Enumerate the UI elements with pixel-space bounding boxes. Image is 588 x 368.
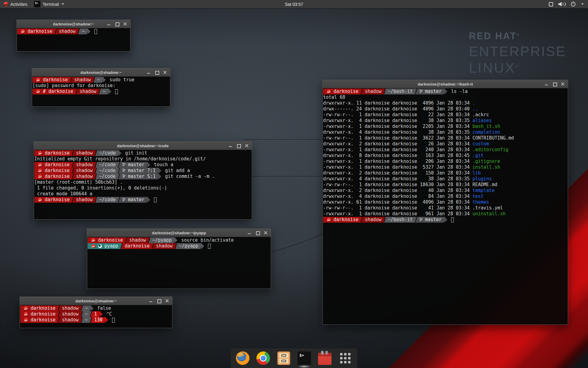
maximize-button[interactable]: [115, 22, 119, 26]
prompt-segment-text: shadow: [156, 243, 172, 249]
command-text: git add a: [165, 168, 190, 174]
prompt-arrow-icon: [147, 197, 150, 203]
ls-row-text: drwxrwxr-x. 61 darknoise darknoise 4096 …: [323, 199, 473, 205]
redhat-prompt-icon: [91, 244, 96, 248]
git-branch-icon: [122, 197, 126, 202]
terminal-body[interactable]: darknoiseshadow~sudo true[sudo] password…: [32, 77, 170, 106]
terminal-body[interactable]: darknoiseshadow~: [17, 28, 130, 51]
terminal-output-line: 1 file changed, 0 insertions(+), 0 delet…: [34, 185, 252, 191]
terminal-window-w5: darknoise@shadow:~darknoiseshadow~falsed…: [20, 297, 172, 328]
terminal-prompt-line: darknoiseshadow~sudo true: [32, 77, 170, 83]
git-branch-icon: [122, 163, 126, 167]
command-text: sudo true: [110, 77, 134, 83]
ls-row-text: drwxrwxr-x. 4 darknoise darknoise 38 Jan…: [323, 129, 473, 135]
terminal-body[interactable]: darknoiseshadow~falsedarknoiseshadow~1^C…: [20, 305, 172, 328]
window-titlebar[interactable]: darknoise@shadow:~/pyapp: [87, 229, 271, 237]
prompt-segment-host: shadow: [58, 317, 82, 323]
prompt-segment-path: ~/code: [95, 150, 119, 156]
app-grid-dock-icon[interactable]: [338, 351, 352, 365]
close-button[interactable]: [561, 82, 565, 86]
window-buttons: [147, 68, 167, 76]
git-branch-icon: [122, 174, 126, 179]
prompt-segment-host: shadow: [72, 168, 96, 174]
ls-file-name: .gitignore: [473, 159, 500, 164]
window-titlebar[interactable]: darknoise@shadow:~: [20, 297, 172, 305]
maximize-button[interactable]: [155, 71, 159, 74]
prompt-arrow-icon: [444, 89, 447, 94]
prompt-segment-text: darknoise: [31, 305, 55, 311]
minimize-button[interactable]: [545, 82, 548, 86]
minimize-button[interactable]: [149, 299, 153, 303]
minimize-button[interactable]: [147, 71, 150, 74]
terminal-prompt-line: darknoiseshadow~1^C: [20, 311, 172, 317]
prompt-segment-git: master: [119, 162, 148, 168]
chrome-dock-icon[interactable]: [256, 351, 270, 365]
system-status-area[interactable]: [549, 0, 588, 8]
window-titlebar[interactable]: darknoise@shadow:~: [17, 20, 130, 28]
terminal-cursor: [115, 89, 118, 94]
files-dock-icon[interactable]: [277, 351, 291, 365]
terminal-icon: $>: [34, 1, 40, 7]
ls-file-name: ..: [473, 106, 478, 112]
prompt-segment-text: ~: [85, 317, 88, 323]
prompt-segment-text: shadow: [129, 237, 146, 243]
prompt-segment-path: ~/bash-it: [384, 217, 416, 223]
prompt-arrow-icon: [444, 217, 447, 223]
ls-row: drwxrwxr-x. 11 darknoise darknoise 4096 …: [323, 100, 568, 106]
app-menu-terminal[interactable]: $> Terminal: [31, 0, 67, 8]
close-button[interactable]: [165, 299, 169, 303]
window-titlebar[interactable]: darknoise@shadow:~/bash-it: [323, 80, 568, 88]
prompt-arrow-icon: [105, 317, 108, 323]
prompt-segment-path: ~: [99, 89, 109, 94]
activities-button[interactable]: Activities: [0, 0, 31, 8]
prompt-segment-user: # darknoise: [32, 89, 77, 94]
git-branch-icon: [122, 168, 126, 173]
prompt-arrow-icon: [158, 174, 161, 179]
minimize-button[interactable]: [228, 144, 232, 148]
terminal-output-line: [master (root-commit) 50bcb63] .: [34, 179, 252, 185]
prompt-segment-text: ~/code: [99, 197, 115, 203]
ls-file-name: themes: [473, 199, 489, 205]
close-button[interactable]: [123, 22, 127, 26]
clock[interactable]: Sat 03:57: [282, 0, 306, 8]
prompt-segment-git: master: [119, 197, 148, 203]
maximize-button[interactable]: [237, 144, 240, 148]
terminal-body[interactable]: darknoiseshadow~/codegit initInitialized…: [34, 150, 252, 219]
prompt-segment-text: darknoise: [334, 89, 358, 94]
terminal-body[interactable]: darknoiseshadow~/bash-itmasterls -latota…: [323, 88, 568, 324]
close-button[interactable]: [163, 71, 167, 74]
git-branch-icon: [419, 89, 423, 94]
redhat-prompt-icon: [91, 238, 96, 242]
prompt-segment-text: ~: [97, 77, 100, 83]
prompt-segment-text: ~: [82, 29, 85, 34]
minimize-button[interactable]: [107, 22, 111, 26]
ls-row-text: drwxrwxr-x. 2 darknoise darknoise 150 Ja…: [323, 170, 473, 176]
prompt-segment-text: ~: [85, 305, 88, 311]
toolbox-dock-icon[interactable]: [318, 351, 332, 365]
maximize-button[interactable]: [157, 299, 161, 303]
prompt-segment-path: ~/code: [95, 197, 119, 203]
prompt-segment-text: shadow: [76, 162, 92, 168]
terminal-prompt-line: darknoiseshadow~/codemaster ?:1git add a: [34, 168, 252, 174]
prompt-segment-path: ~/code: [95, 168, 119, 174]
terminal-prompt-line: darknoiseshadow~/codemaster: [34, 197, 252, 203]
prompt-segment-text: ~/pyapp: [152, 237, 172, 243]
prompt-segment-path: ~: [81, 305, 91, 311]
prompt-segment-user: darknoise: [34, 150, 73, 156]
prompt-arrow-icon: [91, 305, 94, 311]
window-titlebar[interactable]: darknoise@shadow:~: [32, 68, 170, 77]
firefox-dock-icon[interactable]: [236, 351, 250, 365]
window-titlebar[interactable]: darknoise@shadow:~/code: [34, 142, 252, 150]
ls-row: drwx------. 24 darknoise darknoise 4096 …: [323, 106, 568, 112]
minimize-button[interactable]: [247, 231, 251, 235]
command-text: ls -la: [451, 89, 468, 94]
close-button[interactable]: [264, 231, 268, 235]
close-button[interactable]: [245, 144, 249, 148]
maximize-button[interactable]: [553, 82, 556, 86]
maximize-button[interactable]: [256, 231, 259, 235]
terminal-body[interactable]: darknoiseshadow~/pyappsource bin/activat…: [87, 237, 271, 289]
brand-linux: LINUX®: [469, 60, 566, 76]
terminal-dock-icon[interactable]: $>: [297, 351, 311, 365]
prompt-segment-host: shadow: [70, 77, 94, 83]
prompt-segment-text: master: [425, 89, 442, 94]
